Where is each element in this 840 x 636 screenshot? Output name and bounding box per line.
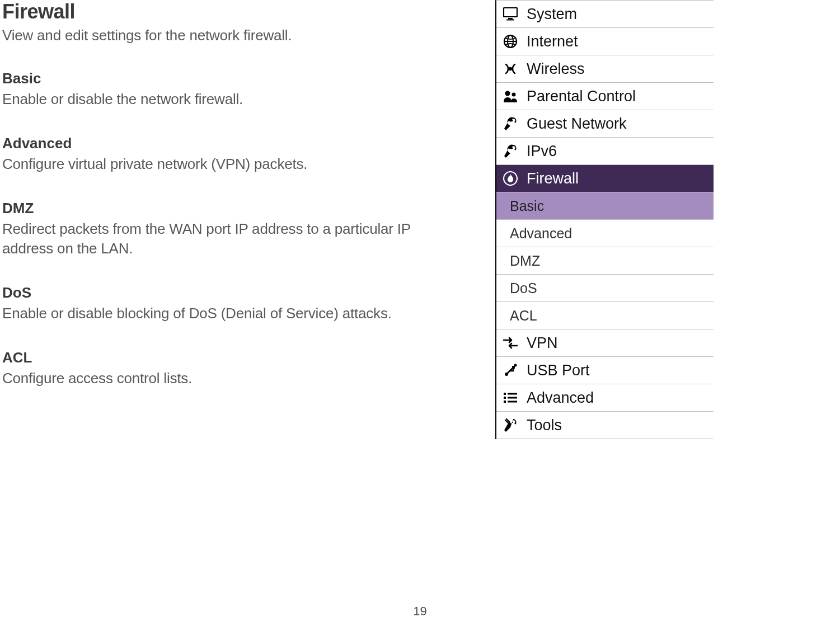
svg-rect-13 [504,393,506,395]
subnav-item-label: Advanced [510,225,572,242]
monitor-icon [502,7,519,21]
nav-item-label: Internet [527,33,578,50]
nav-item-label: Guest Network [527,115,627,133]
section-desc: Enable or disable the network firewall. [2,89,459,109]
globe-icon [502,34,519,49]
nav-item-label: VPN [527,335,558,352]
svg-rect-18 [508,401,517,403]
wrench-icon [502,116,519,131]
page-title: Firewall [2,0,459,23]
nav-item-vpn[interactable]: VPN [496,329,714,357]
vpn-arrows-icon [502,336,519,350]
nav-item-parental-control[interactable]: Parental Control [496,83,714,110]
nav-item-label: IPv6 [527,143,557,160]
nav-item-firewall[interactable]: Firewall [496,165,714,192]
nav-item-tools[interactable]: Tools [496,412,714,439]
svg-rect-1 [508,18,513,20]
subnav-item-label: DMZ [510,253,540,269]
svg-point-8 [512,93,516,97]
subnav-item-label: ACL [510,308,537,324]
doc-column: Firewall View and edit settings for the … [0,0,459,389]
nav-item-label: System [527,6,577,23]
nav-item-system[interactable]: System [496,1,714,28]
people-icon [502,89,519,103]
subnav-item-advanced[interactable]: Advanced [496,220,714,247]
section-dmz: DMZ Redirect packets from the WAN port I… [2,200,459,258]
nav-item-label: Tools [527,417,562,434]
nav-item-wireless[interactable]: Wireless [496,55,714,83]
list-icon [502,392,519,404]
section-dos: DoS Enable or disable blocking of DoS (D… [2,284,459,323]
subnav-item-label: Basic [510,198,544,214]
subnav-item-label: DoS [510,280,537,296]
section-heading: ACL [2,349,459,366]
subnav-item-dmz[interactable]: DMZ [496,247,714,275]
wrench-icon [502,144,519,158]
svg-rect-2 [506,20,514,21]
section-heading: DoS [2,284,459,301]
svg-point-12 [514,364,517,367]
svg-rect-15 [504,397,506,399]
svg-rect-0 [504,8,517,17]
subnav-item-basic[interactable]: Basic [496,192,714,220]
section-advanced: Advanced Configure virtual private netwo… [2,135,459,174]
svg-point-6 [509,67,512,70]
page-lead: View and edit settings for the network f… [2,27,459,44]
nav-item-label: USB Port [527,362,590,379]
section-desc: Configure access control lists. [2,369,459,388]
nav-item-label: Firewall [527,170,579,187]
subnav-item-acl[interactable]: ACL [496,302,714,329]
nav-item-internet[interactable]: Internet [496,28,714,55]
section-heading: Basic [2,70,459,87]
nav-item-guest-network[interactable]: Guest Network [496,110,714,138]
section-desc: Redirect packets from the WAN port IP ad… [2,219,459,258]
nav-item-ipv6[interactable]: IPv6 [496,138,714,165]
nav-item-usb-port[interactable]: USB Port [496,357,714,384]
firewall-icon [502,171,519,186]
sidebar-nav: System Internet Wireless Parental Contro… [495,0,714,439]
nav-item-label: Wireless [527,60,585,78]
page-number: 19 [0,604,840,619]
svg-rect-14 [508,393,517,395]
usb-icon [502,363,519,378]
section-basic: Basic Enable or disable the network fire… [2,70,459,109]
subnav-item-dos[interactable]: DoS [496,275,714,302]
tools-icon [502,418,519,432]
section-acl: ACL Configure access control lists. [2,349,459,388]
nav-item-advanced[interactable]: Advanced [496,384,714,412]
svg-point-7 [505,91,510,96]
section-desc: Configure virtual private network (VPN) … [2,154,459,174]
svg-rect-17 [504,401,506,403]
nav-item-label: Advanced [527,389,594,407]
svg-rect-16 [508,397,517,399]
section-heading: Advanced [2,135,459,152]
section-heading: DMZ [2,200,459,217]
section-desc: Enable or disable blocking of DoS (Denia… [2,304,459,323]
nav-item-label: Parental Control [527,88,636,105]
wireless-icon [502,62,519,76]
